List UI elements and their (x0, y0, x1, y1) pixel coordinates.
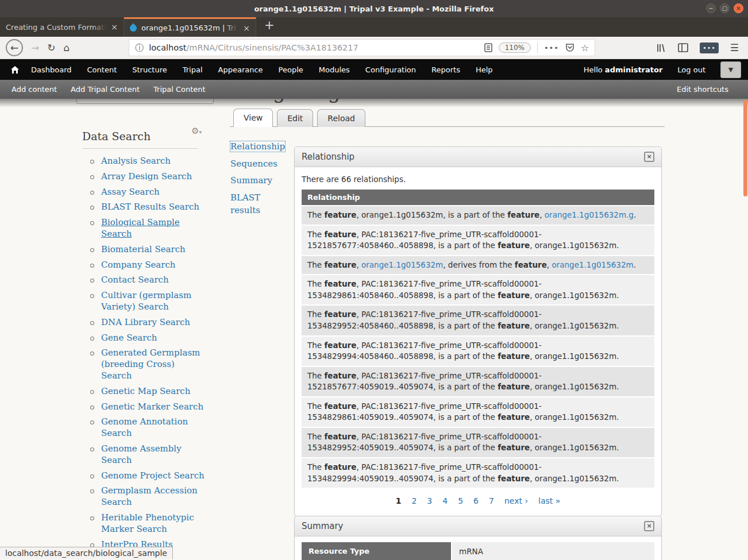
home-icon[interactable]: ⌂ (64, 43, 70, 53)
sidebar-link[interactable]: Genome Annotation Search (101, 416, 188, 438)
forward-icon[interactable]: → (31, 43, 39, 53)
extension-icon[interactable]: ••• (700, 43, 718, 53)
feature-label: feature (498, 412, 530, 422)
feature-link[interactable]: orange1.1g015632m (552, 260, 633, 269)
feature-link[interactable]: orange1.1g015632m.g (545, 210, 634, 219)
sidebar-link[interactable]: Company Search (101, 260, 176, 270)
reader-mode-icon[interactable] (484, 43, 492, 52)
relationship-row: The feature, PAC:18136217-five_prime_UTR… (302, 306, 654, 335)
sidebars-icon[interactable] (678, 43, 688, 52)
log-out-link[interactable]: Log out (677, 65, 705, 74)
toc-links: RelationshipSequencesSummaryBLAST result… (230, 140, 283, 221)
sidebar-link[interactable]: Genome Assembly Search (101, 443, 182, 465)
search-input[interactable] (76, 99, 214, 104)
sidebar-link[interactable]: Germplasm Accession Search (101, 485, 198, 507)
tab-reload[interactable]: Reload (317, 109, 365, 127)
row-text: , orange1.1g015632m. (530, 241, 619, 250)
pocket-icon[interactable] (565, 43, 575, 52)
pagination: 1234567next ›last » (302, 489, 654, 511)
toc-link-relationship[interactable]: Relationship (230, 141, 285, 152)
minimize-icon[interactable]: − (706, 3, 716, 13)
page-actions-icon[interactable]: ••• (544, 44, 559, 52)
shortcut-item: Add Tripal Content (71, 85, 140, 94)
admin-menu-link[interactable]: Dashboard (31, 65, 72, 74)
row-text: The (307, 310, 324, 319)
close-icon[interactable]: × (734, 3, 743, 13)
sidebar-link[interactable]: Biomaterial Search (101, 244, 186, 254)
feature-label: feature (515, 260, 547, 269)
tab-close-icon[interactable]: × (243, 24, 250, 33)
admin-menu-link[interactable]: Reports (431, 65, 460, 74)
sidebar-link[interactable]: Contact Search (101, 275, 169, 285)
window-controls: − ▢ × (706, 3, 743, 13)
pager-page-7[interactable]: 7 (489, 496, 494, 505)
pager-page-3[interactable]: 3 (427, 496, 432, 505)
sidebar-link[interactable]: DNA Library Search (101, 317, 190, 327)
panel-close-icon[interactable]: × (644, 521, 654, 531)
sidebar-link[interactable]: Generated Germplasm (breeding Cross) Sea… (101, 347, 200, 381)
sidebar-link[interactable]: Gene Search (101, 333, 157, 343)
admin-menu-item-content: Content (87, 65, 117, 74)
admin-home-icon[interactable] (10, 65, 20, 74)
sidebar-link[interactable]: Assay Search (101, 187, 160, 197)
new-tab-button[interactable]: + (256, 17, 283, 37)
browser-tab-active[interactable]: orange1.1g015632m | Tri × (124, 17, 256, 37)
sidebar-link[interactable]: BLAST Results Search (101, 202, 199, 212)
admin-menu-link[interactable]: Modules (319, 65, 350, 74)
row-text: The (307, 432, 324, 441)
browser-tab-inactive[interactable]: Creating a Custom Formatte × (0, 17, 124, 37)
admin-menu-link[interactable]: People (279, 65, 303, 74)
admin-menu-link[interactable]: Structure (132, 65, 167, 74)
tab-view[interactable]: View (233, 109, 273, 127)
pager-page-6[interactable]: 6 (473, 496, 479, 505)
shortcut-link[interactable]: Add content (11, 85, 57, 94)
sidebar-link[interactable]: Cultivar (germplasm Variety) Search (101, 290, 191, 312)
toc-link-sequences[interactable]: Sequences (230, 159, 277, 169)
bookmark-star-icon[interactable]: ☆ (581, 43, 589, 53)
toc-item: Relationship (230, 140, 283, 153)
toc-link-summary[interactable]: Summary (230, 175, 272, 186)
sidebar-link[interactable]: Heritable Phenotypic Marker Search (101, 512, 194, 534)
panel-close-icon[interactable]: × (644, 152, 654, 162)
feature-link[interactable]: orange1.1g015632m (361, 260, 443, 269)
back-icon[interactable]: ← (6, 39, 23, 56)
relationship-row: The feature, PAC:18136217-five_prime_UTR… (302, 367, 654, 396)
pager-page-5[interactable]: 5 (458, 496, 463, 505)
feature-label: feature (324, 462, 356, 472)
sidebar-link[interactable]: Analysis Search (101, 156, 171, 166)
pager-page-2[interactable]: 2 (411, 496, 417, 505)
shortcut-link[interactable]: Add Tripal Content (71, 85, 140, 94)
pager-last[interactable]: last » (538, 496, 560, 505)
edit-shortcuts-link[interactable]: Edit shortcuts (677, 85, 737, 94)
zoom-level-button[interactable]: 110% (499, 43, 531, 53)
maximize-icon[interactable]: ▢ (720, 3, 730, 13)
reload-icon[interactable]: ↻ (47, 43, 55, 53)
toc-link-blast-results[interactable]: BLAST results (230, 192, 260, 216)
tab-edit[interactable]: Edit (277, 109, 313, 127)
admin-menu-link[interactable]: Content (87, 65, 117, 74)
site-info-icon[interactable]: ⓘ (135, 43, 144, 53)
feature-label: feature (498, 291, 530, 300)
admin-menu-link[interactable]: Appearance (218, 65, 263, 74)
admin-menu-link[interactable]: Help (476, 65, 493, 74)
tab-close-icon[interactable]: × (111, 22, 118, 32)
shortcut-link[interactable]: Tripal Content (153, 85, 206, 94)
sidebar-link[interactable]: Genetic Map Search (101, 386, 190, 396)
pager-page-4[interactable]: 4 (442, 496, 448, 505)
pager-next[interactable]: next › (504, 496, 528, 505)
menu-icon[interactable]: ☰ (730, 42, 739, 53)
sidebar-link[interactable]: Genetic Marker Search (101, 401, 203, 412)
url-bar[interactable]: ⓘ localhost/mRNA/Citrus/sinensis/PAC%3A1… (129, 39, 595, 56)
sidebar-link[interactable]: Genome Project Search (101, 470, 205, 481)
admin-menu-link[interactable]: Tripal (183, 65, 203, 74)
sidebar-item: Genome Annotation Search (96, 416, 205, 439)
contextual-links-button[interactable]: ⚙▾ (191, 125, 202, 136)
feature-label: feature (324, 230, 356, 239)
row-text: , orange1.1g015632m, is a part of the (356, 210, 507, 219)
sidebar-link[interactable]: Biological Sample Search (101, 217, 180, 239)
library-icon[interactable] (656, 43, 666, 53)
scrollbar-thumb[interactable] (743, 100, 747, 196)
sidebar-link[interactable]: Array Design Search (101, 171, 192, 181)
admin-menu-link[interactable]: Configuration (365, 65, 416, 74)
toolbar-orientation-toggle[interactable]: ▼ (720, 61, 741, 78)
